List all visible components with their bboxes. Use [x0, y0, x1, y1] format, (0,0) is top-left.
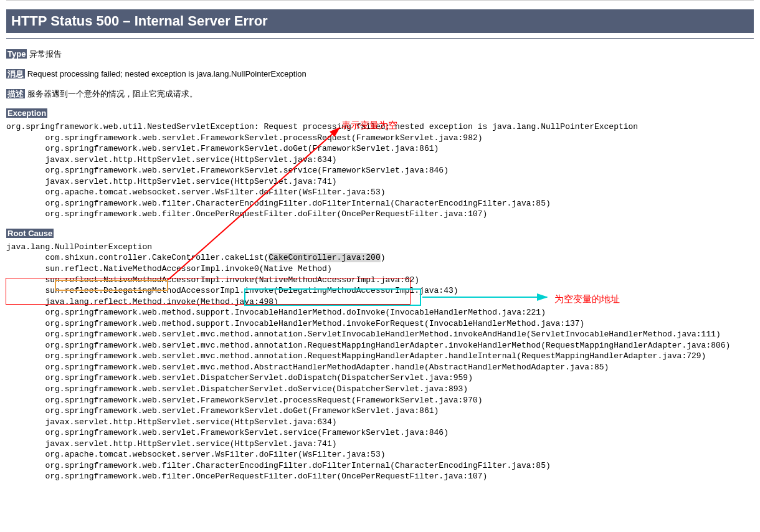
description-label: 描述: [6, 89, 25, 98]
root-cause-label: Root Cause: [6, 229, 54, 238]
rc-rest: sun.reflect.NativeMethodAccessorImpl.inv…: [6, 264, 730, 481]
top-rule: [6, 0, 754, 1]
type-label: Type: [6, 49, 27, 59]
rc-prefix: java.lang.: [6, 242, 55, 252]
exception-row: Exception: [6, 108, 754, 118]
page-title: HTTP Status 500 – Internal Server Error: [6, 9, 754, 33]
root-cause-trace: java.lang.NullPointerException com.shixu…: [6, 242, 754, 482]
type-value: 异常报告: [29, 49, 62, 59]
message-row: 消息 Request processing failed; nested exc…: [6, 69, 754, 80]
type-row: Type 异常报告: [6, 49, 754, 60]
separator: [6, 38, 754, 39]
message-value: Request processing failed; nested except…: [27, 69, 306, 78]
annotation-right: 为空变量的地址: [554, 293, 620, 305]
description-value: 服务器遇到一个意外的情况，阻止它完成请求。: [27, 89, 197, 98]
description-row: 描述 服务器遇到一个意外的情况，阻止它完成请求。: [6, 88, 754, 100]
rc-line2-suffix: ): [381, 253, 386, 262]
root-cause-row: Root Cause: [6, 229, 754, 238]
exception-trace: org.springframework.web.util.NestedServl…: [6, 121, 754, 220]
rc-exception-name: NullPointerException: [55, 242, 152, 252]
annotation-top: 表示变量为空: [341, 120, 397, 131]
rc-line2-highlight: CakeController.java:200: [268, 253, 380, 262]
exception-label: Exception: [6, 108, 47, 118]
rc-line2-prefix: com.shixun.controller.CakeController.cak…: [6, 253, 268, 262]
message-label: 消息: [6, 69, 25, 78]
